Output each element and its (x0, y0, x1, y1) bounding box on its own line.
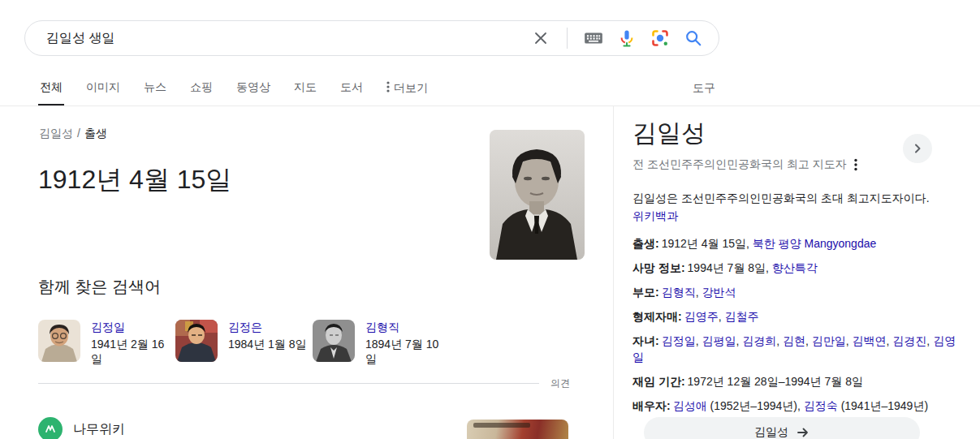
fact-text: (1952년–1994년), (707, 399, 804, 412)
fact-row: 형제자매:김영주, 김철주 (632, 308, 967, 325)
fact-link[interactable]: 김경희 (742, 334, 776, 347)
tab-지도[interactable]: 지도 (292, 77, 318, 106)
fact-link[interactable]: 김영주 (684, 310, 719, 323)
fact-label: 사망 정보: (632, 261, 685, 274)
result-thumbnail-image[interactable] (467, 420, 568, 439)
panel-description: 김일성은 조선민주주의인민공화국의 초대 최고지도자이다. (632, 189, 967, 207)
breadcrumb: 김일성/출생 (39, 127, 107, 141)
fact-text: , (776, 334, 783, 347)
tab-label: 이미지 (86, 80, 120, 95)
tab-label: 쇼핑 (190, 80, 213, 95)
fact-link[interactable]: 향산특각 (772, 261, 818, 274)
related-query-link[interactable]: 김형직 (365, 320, 447, 334)
related-card[interactable]: 김정은1984년 1월 8일 (175, 320, 313, 366)
tab-label: 전체 (40, 80, 63, 95)
fact-text: 1972년 12월 28일–1994년 7월 8일 (688, 375, 863, 388)
panel-subtitle: 전 조선민주주의인민공화국의 최고 지도자 (632, 157, 847, 172)
kim-jong-il-thumbnail[interactable] (38, 320, 80, 362)
tab-label: 뉴스 (144, 80, 166, 95)
tab-label: 도서 (340, 80, 363, 95)
result-site-name[interactable]: 나무위키 (73, 421, 125, 438)
more-tabs-icon (386, 80, 390, 96)
clear-icon[interactable] (530, 28, 551, 49)
fact-label: 형제자매: (632, 310, 682, 323)
fact-label: 자녀: (632, 334, 659, 347)
related-query-date: 1984년 1월 8일 (228, 337, 309, 351)
tab-label: 지도 (294, 80, 317, 95)
related-card-text: 김정일1941년 2월 16일 (91, 320, 172, 366)
fact-text: 1994년 7월 8일, (688, 261, 772, 274)
fact-text: , (846, 334, 853, 347)
mic-icon[interactable] (616, 28, 637, 49)
knowledge-panel: 김일성 전 조선민주주의인민공화국의 최고 지도자 김일성은 조선민주주의인민공… (632, 114, 967, 422)
fact-link[interactable]: 김정일 (662, 334, 696, 347)
breadcrumb-separator: / (77, 127, 80, 140)
related-query-link[interactable]: 김정은 (228, 320, 309, 334)
search-input[interactable] (46, 31, 530, 45)
fact-link[interactable]: 강반석 (702, 286, 736, 299)
search-bar[interactable] (24, 20, 719, 56)
fact-link[interactable]: 김백연 (853, 334, 887, 347)
tab-동영상[interactable]: 동영상 (235, 77, 272, 106)
fact-label: 출생: (632, 237, 659, 250)
breadcrumb-field: 출생 (84, 127, 107, 140)
kim-il-sung-portrait-image[interactable] (490, 130, 585, 260)
fact-link[interactable]: 김평일 (702, 334, 736, 347)
kim-jong-un-thumbnail[interactable] (175, 320, 218, 362)
related-card[interactable]: 김정일1941년 2월 16일 (38, 320, 175, 366)
fact-link[interactable]: 김성애 (673, 399, 707, 412)
fact-text: 1912년 4월 15일, (662, 237, 753, 250)
tools-button[interactable]: 도구 (693, 81, 715, 96)
tab-쇼핑[interactable]: 쇼핑 (188, 77, 214, 106)
fact-link[interactable]: 김경진 (892, 334, 926, 347)
organic-result-header[interactable]: 나무위키 (38, 417, 125, 439)
fact-link[interactable]: 김정숙 (804, 399, 838, 412)
fact-row: 출생:1912년 4월 15일, 북한 평양 Mangyongdae (632, 235, 967, 252)
fact-row: 부모:김형직, 강반석 (632, 284, 967, 300)
expand-panel-button[interactable] (903, 134, 932, 163)
wikipedia-source-link[interactable]: 위키백과 (632, 209, 678, 222)
related-card[interactable]: 김형직1894년 7월 10일 (313, 320, 450, 366)
related-card-text: 김형직1894년 7월 10일 (365, 320, 447, 366)
fact-link[interactable]: 김철주 (724, 310, 758, 323)
tab-이미지[interactable]: 이미지 (84, 77, 122, 106)
fact-label: 재임 기간: (632, 375, 685, 388)
answer-text: 1912년 4월 15일 (38, 162, 231, 198)
tab-더보기[interactable]: 더보기 (385, 77, 430, 107)
tab-label: 더보기 (394, 81, 428, 96)
tab-뉴스[interactable]: 뉴스 (142, 77, 168, 106)
arrow-right-icon (797, 426, 809, 439)
fact-link[interactable]: 김현 (783, 334, 805, 347)
search-icon[interactable] (683, 28, 704, 49)
keyboard-icon[interactable] (583, 28, 604, 49)
fact-link[interactable]: 북한 평양 Mangyongdae (753, 237, 877, 250)
kim-hyong-jik-thumbnail[interactable] (313, 320, 355, 362)
fact-text: , (805, 334, 812, 347)
fact-row: 재임 기간:1972년 12월 28일–1994년 7월 8일 (632, 373, 967, 390)
result-type-tabs: 전체이미지뉴스쇼핑동영상지도도서더보기 (38, 77, 450, 106)
tab-도서[interactable]: 도서 (339, 77, 365, 106)
fact-row: 사망 정보:1994년 7월 8일, 향산특각 (632, 260, 967, 276)
namuwiki-favicon (38, 417, 63, 439)
breadcrumb-entity: 김일성 (39, 127, 73, 140)
feedback-link[interactable]: 의견 (550, 377, 570, 390)
feedback-row: 의견 (38, 377, 570, 390)
header-divider (0, 105, 980, 106)
fact-text: , (926, 334, 933, 347)
fact-link[interactable]: 김형직 (662, 286, 696, 299)
fact-label: 부모: (632, 286, 659, 299)
tab-전체[interactable]: 전체 (38, 77, 64, 106)
feedback-divider (38, 383, 539, 384)
tab-label: 동영상 (236, 80, 270, 95)
fact-row: 배우자:김성애 (1952년–1994년), 김정숙 (1941년–1949년) (632, 398, 967, 414)
see-more-entity-label: 김일성 (754, 425, 788, 439)
fact-link[interactable]: 김만일 (812, 334, 846, 347)
fact-label: 배우자: (632, 399, 671, 412)
related-query-link[interactable]: 김정일 (91, 320, 172, 334)
more-options-icon[interactable] (854, 158, 857, 171)
panel-divider (613, 106, 614, 439)
searchbar-divider (567, 28, 568, 49)
see-more-entity-button[interactable]: 김일성 (644, 417, 920, 439)
lens-icon[interactable] (650, 28, 671, 49)
related-card-text: 김정은1984년 1월 8일 (228, 320, 309, 351)
